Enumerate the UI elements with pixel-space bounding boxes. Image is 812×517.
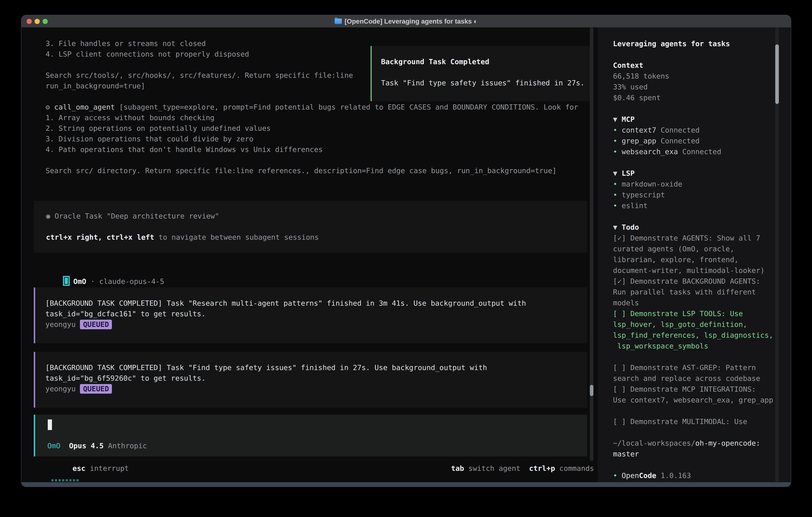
mcp-heading: MCP — [621, 115, 635, 124]
agent-name: OmO — [73, 277, 86, 285]
text-segment: librarian, explore, frontend, — [613, 255, 739, 264]
text-segment: 3. Division operations that could divide… — [46, 135, 253, 143]
notification-toast: Background Task Completed Task "Find typ… — [371, 46, 593, 101]
text-line: Search src/ directory. Return specific f… — [46, 165, 588, 176]
omo-agent-icon — [63, 276, 70, 286]
agent-header-text: OmO · claude-opus-4-5 — [73, 277, 164, 285]
text-segment: Run parallel tasks with different — [613, 288, 756, 296]
context-heading: Context — [613, 61, 643, 70]
text-line — [46, 221, 587, 232]
input-agent-label: OmO — [47, 442, 60, 450]
notification-title: Background Task Completed — [381, 58, 489, 66]
app-version: 1.0.163 — [656, 471, 691, 480]
window-titlebar[interactable]: [OpenCode] Leveraging agents for tasks ◐ — [21, 15, 791, 27]
session-title: Leveraging agents for tasks — [613, 39, 730, 48]
zoom-button[interactable] — [42, 19, 48, 24]
text-line: • eslint — [613, 200, 785, 211]
text-line: task_id="bg_dcfac161" to get results. — [46, 308, 587, 319]
collapse-triangle-icon: ▼ — [613, 169, 621, 177]
text-segment — [521, 464, 529, 472]
text-segment: 4. LSP client connections not properly d… — [46, 50, 249, 58]
text-segment: document-writer, multimodal-looker) — [613, 266, 765, 274]
text-segment: grep_app — [621, 137, 656, 145]
main-scrollbar-thumb[interactable] — [590, 385, 593, 396]
text-line: lsp_hover, lsp_goto_definition, — [613, 319, 785, 330]
sidebar-scrollbar-track[interactable] — [775, 27, 779, 482]
text-line: 33% used — [613, 82, 785, 92]
bullet-icon: • — [613, 180, 621, 188]
text-line: 3. Division operations that could divide… — [46, 134, 588, 144]
text-segment: curated agents (OmO, oracle, — [613, 245, 734, 253]
sidebar-scrollbar-thumb[interactable] — [775, 45, 779, 104]
text-line: • OpenCode 1.0.163 — [613, 470, 785, 481]
text-segment: Search src/tools/, src/hooks/, src/featu… — [46, 71, 353, 79]
collapse-triangle-icon: ▼ — [613, 115, 621, 124]
text-line — [381, 67, 592, 78]
text-line: Use context7, websearch_exa, grep_app — [613, 394, 785, 405]
text-segment: lsp_workspace_symbols — [613, 342, 708, 350]
window-bottom-edge — [21, 482, 791, 487]
statusbar-left: esc interrupt — [72, 463, 129, 473]
text-segment: search and replace across codebase — [613, 374, 760, 382]
text-line: yeongyu QUEUED — [46, 383, 587, 394]
main-scrollbar-track[interactable] — [590, 27, 593, 461]
key-tab: tab — [451, 464, 464, 472]
text-segment: to navigate between subagent sessions — [154, 233, 319, 241]
close-button[interactable] — [27, 19, 32, 24]
input-model-label: Opus 4.5 — [69, 442, 104, 450]
text-segment: context7 — [621, 126, 656, 134]
text-line: • typescript — [613, 190, 785, 200]
text-line: • grep_app Connected — [613, 136, 785, 146]
text-line: librarian, explore, frontend, — [613, 254, 785, 265]
workspace-path: ~/local-workspaces/ — [613, 439, 695, 447]
text-segment: run_in_background=true] — [46, 82, 145, 90]
message-author: yeongyu — [46, 385, 80, 393]
context-spent: $0.46 spent — [613, 93, 661, 102]
text-line: document-writer, multimodal-looker) — [613, 265, 785, 276]
text-line: [ ] Demonstrate MULTIMODAL: Use — [613, 416, 785, 427]
text-segment: eslint — [621, 201, 647, 210]
text-line: ▼ Todo — [613, 222, 785, 233]
window-title: [OpenCode] Leveraging agents for tasks ◐ — [345, 18, 477, 25]
text-segment: 4. Path operations that don't handle Win… — [46, 145, 323, 154]
text-segment: markdown-oxide — [621, 180, 682, 188]
text-line: search and replace across codebase — [613, 373, 785, 384]
text-line: ~/local-workspaces/oh-my-opencode: — [613, 438, 785, 448]
text-line: [ ] Demonstrate LSP TOOLS: Use — [613, 308, 785, 319]
text-line: • context7 Connected — [613, 125, 785, 136]
text-line — [613, 103, 785, 114]
statusbar-right: tab switch agent ctrl+p commands — [441, 463, 594, 473]
queued-badge: QUEUED — [80, 384, 112, 393]
text-segment: · — [86, 277, 99, 285]
lsp-heading: LSP — [621, 169, 635, 177]
text-segment: ⚙ — [46, 103, 54, 111]
text-line: 2. String operations on potentially unde… — [46, 123, 588, 134]
text-line: master — [613, 448, 785, 459]
text-cursor — [48, 419, 52, 430]
input-model-line: OmO Opus 4.5 Anthropic — [47, 440, 147, 451]
text-segment: ctrl+x right, ctrl+x left — [46, 233, 154, 241]
workspace-name: oh-my-opencode: — [695, 439, 760, 447]
text-line: curated agents (OmO, oracle, — [613, 244, 785, 254]
text-segment: [✓] Demonstrate BACKGROUND AGENTS: — [613, 277, 760, 285]
bullet-icon: • — [613, 137, 621, 145]
collapse-triangle-icon: ▼ — [613, 223, 621, 231]
text-segment: [ ] Demonstrate MCP INTEGRATIONS: — [613, 385, 756, 393]
text-line: lsp_workspace_symbols — [613, 341, 785, 351]
background-task-message-2: [BACKGROUND TASK COMPLETED] Task "Find t… — [34, 352, 587, 408]
text-line: 66,518 tokens — [613, 71, 785, 82]
terminal-window: [OpenCode] Leveraging agents for tasks ◐… — [21, 15, 791, 487]
text-segment: Open — [621, 471, 639, 480]
text-segment: 3. File handles or streams not closed — [46, 39, 206, 48]
text-segment: 2. String operations on potentially unde… — [46, 124, 271, 132]
prompt-input[interactable]: OmO Opus 4.5 Anthropic — [34, 415, 587, 456]
minimize-button[interactable] — [35, 19, 40, 24]
bullet-icon: • — [613, 191, 621, 199]
text-segment: [subagent_type=explore, prompt=Find pote… — [115, 103, 578, 111]
text-segment: 1. Array access without bounds checking — [46, 113, 214, 122]
text-line: [BACKGROUND TASK COMPLETED] Task "Find t… — [46, 362, 587, 373]
bullet-icon: • — [613, 201, 621, 210]
text-line: ⚙ call_omo_agent [subagent_type=explore,… — [46, 102, 588, 112]
text-line — [613, 405, 785, 416]
bullet-icon: • — [613, 471, 621, 480]
